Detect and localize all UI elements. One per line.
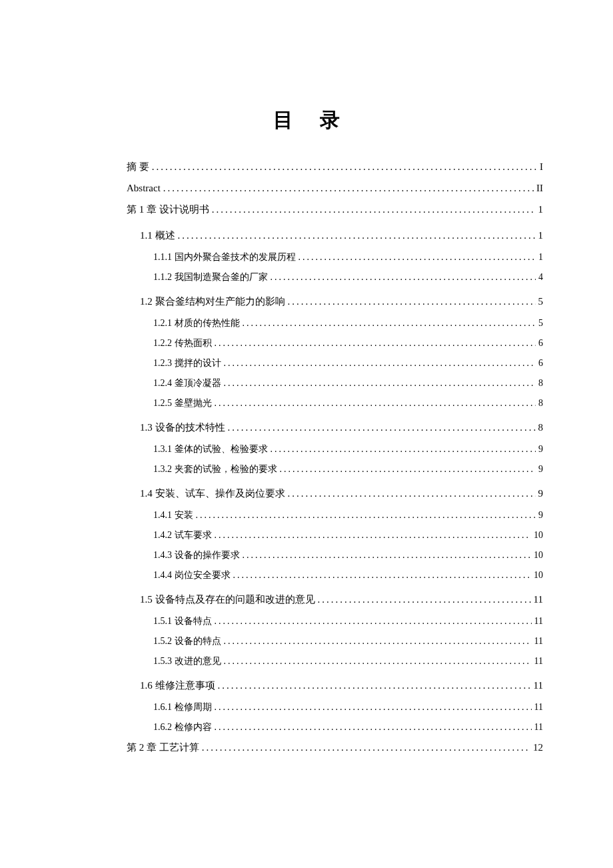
toc-leader-dots: ........................................… <box>288 296 536 307</box>
toc-entry: 1.5.3 改进的意见.............................… <box>70 655 543 667</box>
toc-entry: 1.6 维修注意事项..............................… <box>70 679 543 692</box>
toc-leader-dots: ........................................… <box>218 680 531 691</box>
toc-entry-page: 11 <box>534 616 543 627</box>
toc-entry: 1.3 设备的技术特性.............................… <box>70 421 543 434</box>
toc-entry: Abstract................................… <box>70 183 543 194</box>
toc-leader-dots: ........................................… <box>212 204 536 215</box>
toc-entry-label: 1.5.3 改进的意见 <box>153 655 221 667</box>
toc-entry-page: 6 <box>538 358 543 369</box>
toc-entry: 1.5.1 设备特点..............................… <box>70 615 543 627</box>
toc-entry-page: 9 <box>538 510 543 521</box>
toc-entry-page: 10 <box>534 530 543 541</box>
toc-leader-dots: ........................................… <box>215 616 532 627</box>
toc-leader-dots: ........................................… <box>224 378 536 389</box>
toc-leader-dots: ........................................… <box>215 338 536 349</box>
toc-entry-label: 1.6.2 检修内容 <box>153 721 212 733</box>
toc-entry: 1.2.1 材质的传热性能...........................… <box>70 317 543 329</box>
toc-entry: 1.4 安装、试车、操作及岗位要求.......................… <box>70 487 543 500</box>
toc-leader-dots: ........................................… <box>318 594 531 605</box>
toc-entry: 摘 要.....................................… <box>70 161 543 173</box>
toc-leader-dots: ........................................… <box>196 510 536 521</box>
toc-entry-label: 1.2.4 釜顶冷凝器 <box>153 377 221 389</box>
toc-leader-dots: ........................................… <box>215 722 532 733</box>
toc-leader-dots: ........................................… <box>243 318 536 329</box>
toc-entry-page: 11 <box>534 680 543 691</box>
toc-entry-label: 1.2.5 釜壁抛光 <box>153 397 212 409</box>
toc-entry-label: 1.4.1 安装 <box>153 509 193 521</box>
toc-entry-page: 11 <box>534 594 543 605</box>
toc-leader-dots: ........................................… <box>224 358 536 369</box>
toc-leader-dots: ........................................… <box>224 656 532 667</box>
toc-entry-page: 11 <box>534 722 543 733</box>
toc-entry-page: 9 <box>538 488 544 499</box>
toc-entry: 1.5.2 设备的特点.............................… <box>70 635 543 647</box>
toc-leader-dots: ........................................… <box>233 570 532 581</box>
toc-entry-label: 1.5.2 设备的特点 <box>153 635 221 647</box>
toc-entry: 1.2.3 搅拌的设计.............................… <box>70 357 543 369</box>
toc-entry-label: 1.4 安装、试车、操作及岗位要求 <box>140 487 285 500</box>
toc-leader-dots: ........................................… <box>215 530 532 541</box>
toc-leader-dots: ........................................… <box>280 464 536 475</box>
toc-leader-dots: ........................................… <box>228 422 536 433</box>
toc-leader-dots: ........................................… <box>299 252 536 263</box>
toc-entry: 1.2.2 传热面积..............................… <box>70 337 543 349</box>
toc-leader-dots: ........................................… <box>178 230 536 241</box>
toc-entry-page: 10 <box>534 550 543 561</box>
toc-entry: 1.2.4 釜顶冷凝器.............................… <box>70 377 543 389</box>
toc-entry-label: 1.1.2 我国制造聚合釜的厂家 <box>153 271 268 283</box>
toc-entry: 1.5 设备特点及存在的问题和改进的意见....................… <box>70 593 543 606</box>
toc-entry-page: 1 <box>538 204 544 215</box>
toc-entry: 1.4.2 试车要求..............................… <box>70 529 543 541</box>
toc-entry-page: 5 <box>538 296 544 307</box>
toc-entry: 1.1.1 国内外聚合釜技术的发展历程.....................… <box>70 251 543 263</box>
toc-entry-label: 1.6 维修注意事项 <box>140 679 215 692</box>
toc-entry-page: II <box>536 183 543 194</box>
toc-entry: 1.1 概述..................................… <box>70 229 543 242</box>
toc-leader-dots: ........................................… <box>163 183 534 194</box>
toc-entry-page: 8 <box>538 422 544 433</box>
toc-entry-label: 第 1 章 设计说明书 <box>127 203 209 216</box>
toc-leader-dots: ........................................… <box>215 702 532 713</box>
toc-entry-page: 11 <box>534 656 543 667</box>
toc-leader-dots: ........................................… <box>288 488 536 499</box>
toc-entry-label: 摘 要 <box>127 161 149 173</box>
toc-entry-label: 1.1 概述 <box>140 229 175 242</box>
toc-entry: 1.6.2 检修内容..............................… <box>70 721 543 733</box>
toc-entry-label: 1.6.1 检修周期 <box>153 701 212 713</box>
toc-leader-dots: ........................................… <box>215 398 536 409</box>
toc-entry-label: 1.2 聚合釜结构对生产能力的影响 <box>140 295 285 308</box>
toc-entry: 1.3.1 釜体的试验、检验要求........................… <box>70 443 543 455</box>
toc-entry-page: 6 <box>538 338 543 349</box>
toc-entry-label: 1.4.2 试车要求 <box>153 529 212 541</box>
toc-entry-page: 1 <box>538 230 544 241</box>
toc-entry-page: I <box>540 161 543 173</box>
toc-entry-label: 1.2.3 搅拌的设计 <box>153 357 221 369</box>
toc-entry-page: 4 <box>538 272 543 283</box>
toc-entry-page: 8 <box>538 398 543 409</box>
toc-entry-label: 1.3 设备的技术特性 <box>140 421 225 434</box>
toc-entry-label: 1.1.1 国内外聚合釜技术的发展历程 <box>153 251 296 263</box>
toc-entry-page: 5 <box>538 318 543 329</box>
toc-entry: 1.4.4 岗位安全要求............................… <box>70 569 543 581</box>
toc-entry: 第 2 章 工艺计算..............................… <box>70 741 543 754</box>
toc-entry: 1.1.2 我国制造聚合釜的厂家........................… <box>70 271 543 283</box>
toc-entry-label: 1.4.3 设备的操作要求 <box>153 549 240 561</box>
toc-leader-dots: ........................................… <box>152 161 537 173</box>
toc-entry: 1.2 聚合釜结构对生产能力的影响.......................… <box>70 295 543 308</box>
toc-leader-dots: ........................................… <box>271 444 536 455</box>
toc-entry-page: 10 <box>534 570 543 581</box>
toc-entry: 1.4.3 设备的操作要求...........................… <box>70 549 543 561</box>
toc-leader-dots: ........................................… <box>271 272 536 283</box>
toc-entry-page: 11 <box>534 702 543 713</box>
toc-entry-label: 1.4.4 岗位安全要求 <box>153 569 231 581</box>
toc-entry: 1.4.1 安装................................… <box>70 509 543 521</box>
toc-entry: 1.6.1 检修周期..............................… <box>70 701 543 713</box>
toc-entry-label: 1.5 设备特点及存在的问题和改进的意见 <box>140 593 315 606</box>
toc-leader-dots: ........................................… <box>224 636 532 647</box>
toc-entry: 1.2.5 釜壁抛光..............................… <box>70 397 543 409</box>
toc-leader-dots: ........................................… <box>243 550 532 561</box>
toc-title: 目录 <box>70 107 543 134</box>
toc-entry-label: 1.5.1 设备特点 <box>153 615 212 627</box>
toc-entry-page: 12 <box>533 742 543 753</box>
toc-entry-page: 8 <box>538 378 543 389</box>
